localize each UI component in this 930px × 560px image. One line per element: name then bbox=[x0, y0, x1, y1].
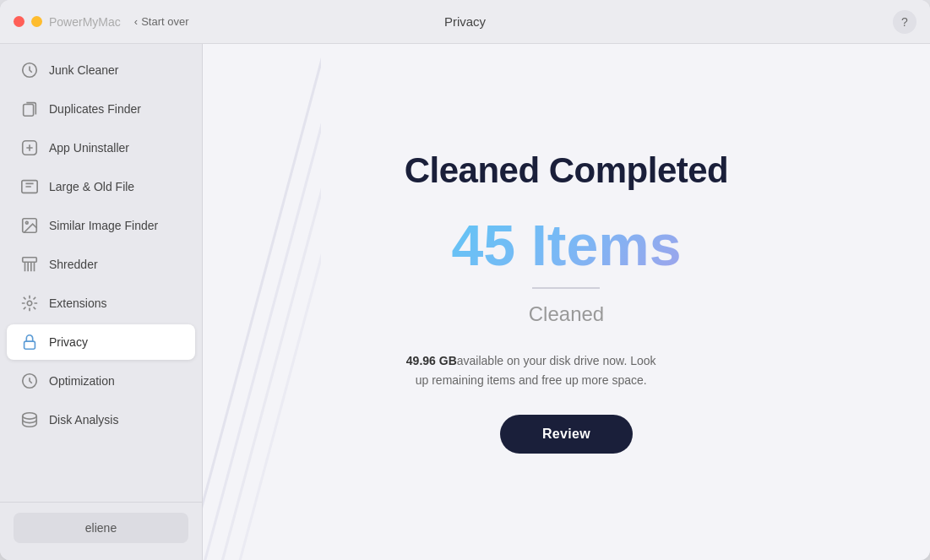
sidebar-item-shredder[interactable]: Shredder bbox=[7, 247, 195, 282]
help-icon: ? bbox=[901, 15, 908, 29]
sidebar-item-disk-analysis[interactable]: Disk Analysis bbox=[7, 402, 195, 438]
sidebar-item-label: App Uninstaller bbox=[49, 141, 129, 155]
content-area: Cleaned Completed 45 Items Cleaned 49.96… bbox=[203, 44, 930, 560]
svg-point-10 bbox=[23, 413, 37, 419]
svg-point-7 bbox=[27, 301, 32, 306]
sidebar-item-label: Shredder bbox=[49, 258, 98, 271]
sidebar-item-label: Large & Old File bbox=[49, 180, 134, 193]
duplicates-finder-icon bbox=[20, 100, 39, 118]
content-inner: Cleaned Completed 45 Items Cleaned 49.96… bbox=[371, 117, 763, 487]
svg-rect-1 bbox=[24, 105, 34, 117]
svg-point-5 bbox=[25, 221, 28, 224]
similar-image-finder-icon bbox=[20, 216, 39, 235]
sidebar-item-extensions[interactable]: Extensions bbox=[7, 285, 195, 321]
sidebar-item-duplicates-finder[interactable]: Duplicates Finder bbox=[7, 91, 195, 127]
sidebar: Junk Cleaner Duplicates Finder bbox=[0, 44, 203, 560]
disk-analysis-icon bbox=[20, 410, 39, 429]
sidebar-item-label: Duplicates Finder bbox=[49, 102, 141, 116]
review-button[interactable]: Review bbox=[500, 415, 633, 454]
app-window: PowerMyMac ‹ Start over Privacy ? Junk C bbox=[0, 0, 930, 560]
sidebar-item-app-uninstaller[interactable]: App Uninstaller bbox=[7, 130, 195, 166]
sidebar-item-label: Similar Image Finder bbox=[49, 219, 158, 232]
start-over-button[interactable]: ‹ Start over bbox=[134, 15, 189, 28]
traffic-lights bbox=[14, 16, 42, 27]
title-bar-left: PowerMyMac ‹ Start over bbox=[49, 15, 189, 29]
sidebar-item-privacy[interactable]: Privacy bbox=[7, 324, 195, 360]
username-label: eliene bbox=[85, 521, 117, 535]
help-button[interactable]: ? bbox=[893, 10, 916, 34]
optimization-icon bbox=[20, 372, 39, 390]
privacy-icon bbox=[20, 333, 39, 351]
sidebar-item-label: Optimization bbox=[49, 374, 115, 388]
sidebar-item-large-old-file[interactable]: Large & Old File bbox=[7, 169, 195, 204]
sidebar-item-junk-cleaner[interactable]: Junk Cleaner bbox=[7, 52, 195, 88]
app-uninstaller-icon bbox=[20, 139, 39, 157]
sidebar-item-label: Privacy bbox=[49, 335, 88, 349]
sidebar-item-label: Junk Cleaner bbox=[49, 63, 119, 77]
extensions-icon bbox=[20, 294, 39, 313]
minimize-button[interactable] bbox=[31, 16, 42, 27]
junk-cleaner-icon bbox=[20, 61, 39, 79]
close-button[interactable] bbox=[14, 16, 24, 27]
decorative-lines bbox=[203, 44, 321, 560]
sidebar-item-similar-image-finder[interactable]: Similar Image Finder bbox=[7, 208, 195, 243]
sidebar-item-optimization[interactable]: Optimization bbox=[7, 363, 195, 399]
sidebar-item-label: Disk Analysis bbox=[49, 413, 118, 427]
cleaned-subtitle: Cleaned bbox=[405, 302, 729, 326]
divider bbox=[532, 287, 600, 289]
large-old-file-icon bbox=[20, 177, 39, 196]
main-layout: Junk Cleaner Duplicates Finder bbox=[0, 44, 930, 560]
sidebar-bottom: eliene bbox=[0, 502, 202, 553]
cleaned-title: Cleaned Completed bbox=[405, 150, 729, 191]
svg-rect-6 bbox=[23, 258, 37, 263]
items-count: 45 Items bbox=[405, 216, 729, 274]
shredder-icon bbox=[20, 255, 39, 274]
page-title: Privacy bbox=[444, 14, 486, 29]
disk-info: 49.96 GBavailable on your disk drive now… bbox=[405, 351, 658, 389]
svg-rect-8 bbox=[24, 341, 35, 349]
chevron-left-icon: ‹ bbox=[134, 15, 138, 28]
sidebar-item-label: Extensions bbox=[49, 296, 106, 310]
brand-name: PowerMyMac bbox=[49, 15, 121, 29]
disk-gb-value: 49.96 GB bbox=[406, 354, 457, 367]
title-bar: PowerMyMac ‹ Start over Privacy ? bbox=[0, 0, 930, 44]
user-profile[interactable]: eliene bbox=[14, 513, 188, 543]
